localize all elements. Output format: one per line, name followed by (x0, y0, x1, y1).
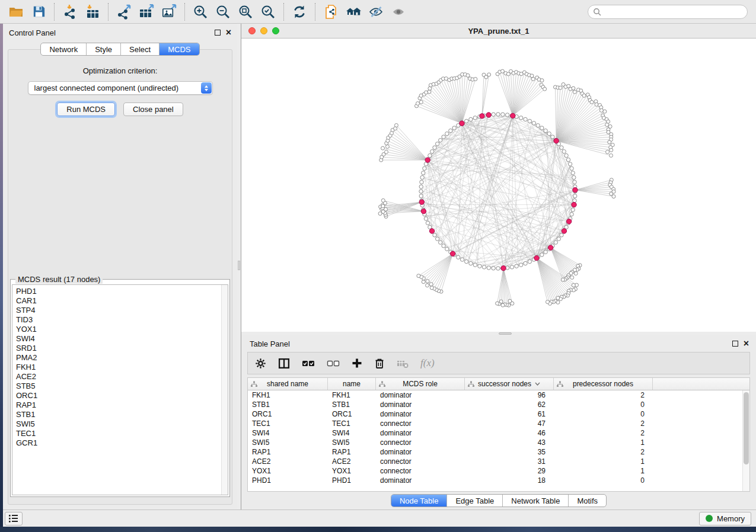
table-row[interactable]: SWI4SWI4dominator462 (248, 428, 742, 438)
graph-hub-node[interactable] (450, 251, 455, 256)
duplicate-network-button[interactable] (320, 2, 342, 21)
graph-node[interactable] (487, 266, 490, 270)
graph-node[interactable] (429, 283, 433, 286)
zoom-out-button[interactable] (212, 2, 234, 21)
table-options-button[interactable] (255, 358, 266, 369)
graph-node[interactable] (554, 241, 557, 244)
graph-node[interactable] (469, 261, 473, 265)
graph-node[interactable] (435, 237, 439, 241)
float-window-icon[interactable] (215, 30, 221, 36)
close-window-icon[interactable]: × (226, 30, 231, 36)
graph-hub-node[interactable] (566, 219, 571, 224)
graph-node[interactable] (430, 286, 433, 290)
graph-node[interactable] (570, 275, 574, 279)
graph-node[interactable] (570, 212, 573, 216)
export-image-button[interactable] (158, 2, 180, 21)
graph-node[interactable] (547, 132, 551, 135)
import-network-button[interactable] (59, 2, 81, 21)
graph-hub-node[interactable] (572, 202, 576, 207)
graph-node[interactable] (492, 267, 495, 270)
graph-node[interactable] (574, 272, 578, 275)
graph-node[interactable] (532, 121, 535, 125)
graph-hub-node[interactable] (562, 229, 566, 233)
graph-hub-node[interactable] (421, 209, 426, 213)
graph-node[interactable] (464, 119, 468, 123)
graph-node[interactable] (423, 166, 426, 170)
mcds-result-item[interactable]: SWI4 (16, 334, 228, 344)
mcds-result-item[interactable]: PMA2 (16, 353, 228, 363)
graph-node[interactable] (524, 117, 527, 121)
graph-node[interactable] (568, 162, 572, 166)
mcds-list-scrollbar[interactable] (221, 285, 228, 495)
graph-node[interactable] (428, 90, 431, 94)
first-neighbors-button[interactable] (342, 2, 365, 21)
splitter-grip[interactable] (238, 261, 240, 270)
graph-node[interactable] (501, 113, 505, 116)
graph-node[interactable] (442, 135, 445, 139)
graph-node[interactable] (426, 221, 429, 225)
refresh-view-button[interactable] (288, 2, 311, 21)
graph-node[interactable] (540, 253, 544, 257)
table-row[interactable]: STB1STB1dominator620 (248, 400, 742, 409)
column-header-name[interactable]: name (328, 378, 376, 390)
graph-node[interactable] (428, 153, 432, 157)
function-builder-button[interactable]: f(x) (420, 357, 435, 369)
tab-select[interactable]: Select (120, 43, 159, 55)
tab-edge-table[interactable]: Edge Table (446, 495, 502, 507)
graph-hub-node[interactable] (501, 265, 506, 270)
graph-node[interactable] (438, 139, 442, 142)
mcds-result-item[interactable]: STP4 (16, 306, 228, 315)
graph-node[interactable] (473, 116, 477, 120)
graph-node[interactable] (424, 217, 428, 220)
graph-node[interactable] (426, 280, 429, 283)
table-row[interactable]: TEC1TEC1connector472 (248, 419, 742, 428)
graph-node[interactable] (560, 146, 563, 149)
graph-node[interactable] (573, 180, 576, 184)
delete-column-button[interactable] (374, 358, 385, 369)
graph-hub-node[interactable] (486, 113, 491, 117)
graph-hub-node[interactable] (429, 229, 434, 233)
graph-node[interactable] (460, 258, 464, 261)
graph-node[interactable] (419, 100, 423, 104)
graph-node[interactable] (469, 117, 473, 121)
delete-table-button[interactable] (397, 358, 409, 368)
graph-hub-node[interactable] (554, 139, 559, 143)
graph-node[interactable] (394, 124, 398, 127)
graph-node[interactable] (433, 146, 436, 149)
graph-node[interactable] (457, 255, 460, 259)
mcds-result-item[interactable]: RAP1 (16, 400, 228, 410)
graph-hub-node[interactable] (425, 158, 430, 162)
tab-network[interactable]: Network (41, 43, 86, 55)
graph-node[interactable] (556, 296, 560, 300)
graph-node[interactable] (560, 233, 563, 237)
mcds-result-item[interactable]: CAR1 (16, 296, 228, 306)
table-row[interactable]: YOX1YOX1connector291 (248, 466, 742, 476)
column-header-successor-nodes[interactable]: successor nodes (465, 378, 554, 390)
mcds-result-item[interactable]: TEC1 (16, 429, 228, 438)
maximize-traffic-light[interactable] (272, 27, 279, 34)
mcds-result-item[interactable]: STB5 (16, 382, 228, 391)
graph-node[interactable] (473, 263, 477, 267)
column-header-predecessor-nodes[interactable]: predecessor nodes (554, 378, 653, 390)
graph-node[interactable] (464, 259, 468, 263)
graph-node[interactable] (510, 265, 513, 269)
graph-node[interactable] (528, 119, 531, 123)
tab-network-table[interactable]: Network Table (502, 495, 568, 507)
network-graph[interactable] (241, 39, 756, 332)
splitter-grip[interactable] (499, 332, 512, 335)
graph-node[interactable] (562, 150, 566, 153)
graph-node[interactable] (478, 264, 481, 268)
graph-node[interactable] (572, 86, 575, 90)
graph-node[interactable] (419, 190, 423, 193)
scrollbar-thumb[interactable] (744, 392, 749, 464)
mcds-result-item[interactable]: PHD1 (16, 287, 228, 296)
graph-node[interactable] (419, 185, 423, 188)
graph-node[interactable] (419, 194, 423, 198)
graph-node[interactable] (445, 132, 449, 135)
graph-node[interactable] (531, 77, 535, 81)
graph-hub-node[interactable] (480, 114, 484, 118)
add-column-button[interactable] (352, 358, 362, 368)
mcds-result-item[interactable]: GCR1 (16, 438, 228, 448)
graph-node[interactable] (381, 198, 385, 202)
close-traffic-light[interactable] (248, 27, 256, 34)
